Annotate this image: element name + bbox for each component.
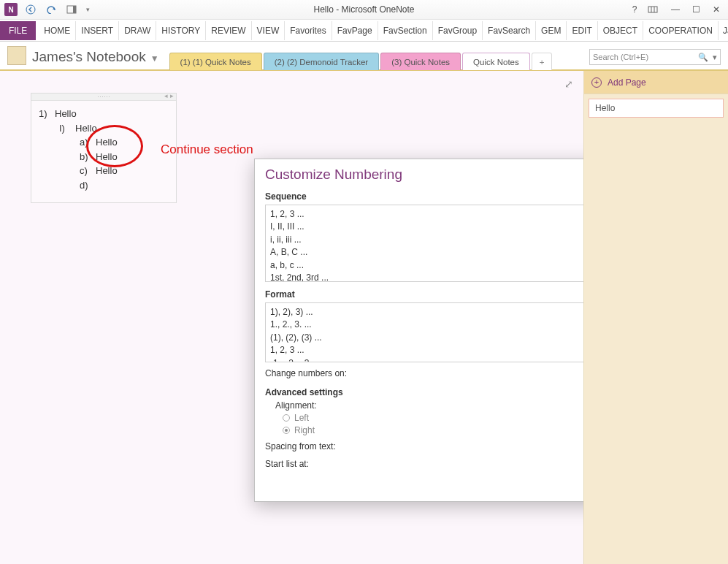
ribbon-tab-object[interactable]: OBJECT: [598, 21, 643, 40]
search-input[interactable]: Search (Ctrl+E) 🔍 ▾: [589, 49, 721, 65]
search-icon: 🔍: [698, 53, 708, 62]
bullet-l2: I): [59, 121, 75, 136]
svg-rect-2: [73, 6, 76, 13]
sequence-listbox[interactable]: 1, 2, 3 ... I, II, III ... i, ii, iii ..…: [265, 205, 583, 282]
ribbon-tab-home[interactable]: HOME: [39, 21, 76, 40]
ribbon-tab-draw[interactable]: DRAW: [119, 21, 156, 40]
window-title: Hello - Microsoft OneNote: [0, 4, 728, 15]
format-opt-2[interactable]: (1), (2), (3) ...: [270, 332, 583, 344]
ribbon-tab-gem[interactable]: GEM: [536, 21, 567, 40]
user-menu[interactable]: James Baj… ▾: [719, 21, 728, 40]
format-opt-1[interactable]: 1., 2., 3. ...: [270, 319, 583, 331]
alignment-label: Alignment:: [275, 400, 583, 411]
plus-icon: +: [591, 77, 602, 88]
annotation-label: Continue section: [161, 142, 253, 157]
align-left-text: Left: [294, 413, 309, 423]
align-right-radio[interactable]: Right: [283, 425, 583, 435]
close-button[interactable]: ✕: [709, 4, 724, 15]
ribbon-tab-history[interactable]: HISTORY: [156, 21, 206, 40]
ribbon: FILE HOME INSERT DRAW HISTORY REVIEW VIE…: [0, 20, 728, 42]
title-bar: N ▾ Hello - Microsoft OneNote ? — ☐ ✕: [0, 0, 728, 20]
dock-icon: [66, 5, 77, 14]
panel-title: Customize Numbering: [265, 167, 402, 183]
add-page-button[interactable]: + Add Page: [584, 71, 728, 94]
format-label: Format: [265, 289, 583, 300]
spacing-label: Spacing from text:: [265, 441, 336, 451]
section-bar: James's Notebook ▼ (1) (1) Quick Notes (…: [0, 42, 728, 71]
bullet-l3c: c): [80, 164, 96, 178]
expand-icon[interactable]: ⤢: [564, 78, 573, 90]
advanced-label: Advanced settings: [265, 387, 583, 397]
chevron-down-icon: ▾: [86, 6, 90, 13]
text-l1[interactable]: Hello: [55, 108, 77, 119]
fullscreen-icon: [648, 6, 658, 13]
ribbon-tab-edit[interactable]: EDIT: [567, 21, 597, 40]
start-label: Start list at:: [265, 459, 309, 469]
radio-icon: [283, 427, 290, 434]
section-tab-1[interactable]: (1) (1) Quick Notes: [169, 53, 262, 70]
page-list-pane: + Add Page Hello: [583, 71, 728, 564]
customize-numbering-panel: Customize Numbering ▼ ✕ Sequence 1, 2, 3…: [254, 159, 583, 502]
notebook-icon[interactable]: [7, 46, 26, 65]
format-opt-0[interactable]: 1), 2), 3) ...: [270, 306, 583, 319]
ribbon-tab-review[interactable]: REVIEW: [206, 21, 251, 40]
sequence-label: Sequence: [265, 191, 583, 202]
note-canvas[interactable]: ⤢ ⋯⋯ 1)Hello I)Hello a)Hello b)Hello c)H…: [0, 71, 583, 564]
search-chevron-icon: ▾: [713, 53, 717, 62]
ribbon-tab-favorites[interactable]: Favorites: [285, 21, 332, 40]
ribbon-tab-favgroup[interactable]: FavGroup: [433, 21, 483, 40]
qat-more-button[interactable]: ▾: [83, 1, 92, 18]
maximize-button[interactable]: ☐: [689, 4, 703, 15]
container-grip[interactable]: ⋯⋯: [31, 94, 176, 101]
undo-button[interactable]: [42, 1, 60, 18]
bullet-l1: 1): [39, 107, 55, 121]
ribbon-tab-view[interactable]: VIEW: [252, 21, 286, 40]
dock-button[interactable]: [63, 1, 80, 18]
undo-icon: [46, 5, 56, 14]
format-opt-4[interactable]: -1-, -2-, -3- ...: [270, 357, 583, 362]
bullet-l3d: d): [80, 178, 96, 193]
ribbon-tab-insert[interactable]: INSERT: [76, 21, 119, 40]
change-label: Change numbers on:: [265, 368, 347, 378]
sequence-opt-3[interactable]: A, B, C ...: [270, 246, 583, 259]
app-logo: N: [4, 3, 18, 16]
annotation-circle: [86, 125, 143, 167]
sequence-opt-4[interactable]: a, b, c ...: [270, 259, 583, 272]
sequence-opt-0[interactable]: 1, 2, 3 ...: [270, 208, 583, 221]
section-tab-3[interactable]: (3) Quick Notes: [380, 53, 461, 70]
minimize-button[interactable]: —: [668, 4, 683, 15]
help-button[interactable]: ?: [627, 4, 642, 15]
page-item-hello[interactable]: Hello: [589, 99, 724, 118]
ribbon-tab-cooperation[interactable]: COOPERATION: [643, 21, 719, 40]
sequence-opt-5[interactable]: 1st, 2nd, 3rd ...: [270, 272, 583, 282]
align-right-text: Right: [294, 425, 315, 435]
ribbon-tab-favsection[interactable]: FavSection: [378, 21, 433, 40]
format-listbox[interactable]: 1), 2), 3) ... 1., 2., 3. ... (1), (2), …: [265, 302, 583, 362]
section-tab-active[interactable]: Quick Notes: [462, 53, 530, 70]
radio-icon: [283, 414, 290, 422]
back-button[interactable]: [22, 1, 39, 18]
search-placeholder: Search (Ctrl+E): [593, 53, 648, 61]
ribbon-tab-favpage[interactable]: FavPage: [332, 21, 378, 40]
format-opt-3[interactable]: 1, 2, 3 ...: [270, 344, 583, 357]
section-add-button[interactable]: +: [532, 53, 553, 70]
fullscreen-button[interactable]: [648, 6, 662, 13]
add-page-label: Add Page: [608, 77, 646, 88]
file-tab[interactable]: FILE: [0, 21, 36, 40]
notebook-dropdown[interactable]: ▼: [150, 53, 159, 64]
sequence-opt-2[interactable]: i, ii, iii ...: [270, 234, 583, 246]
back-arrow-icon: [26, 4, 36, 15]
section-tab-2[interactable]: (2) (2) Demonoid Tracker: [264, 53, 379, 70]
svg-point-0: [26, 5, 35, 14]
sequence-opt-1[interactable]: I, II, III ...: [270, 221, 583, 233]
notebook-name[interactable]: James's Notebook: [32, 49, 146, 65]
ribbon-tab-favsearch[interactable]: FavSearch: [483, 21, 536, 40]
svg-rect-3: [648, 7, 657, 12]
align-left-radio[interactable]: Left: [283, 413, 583, 423]
